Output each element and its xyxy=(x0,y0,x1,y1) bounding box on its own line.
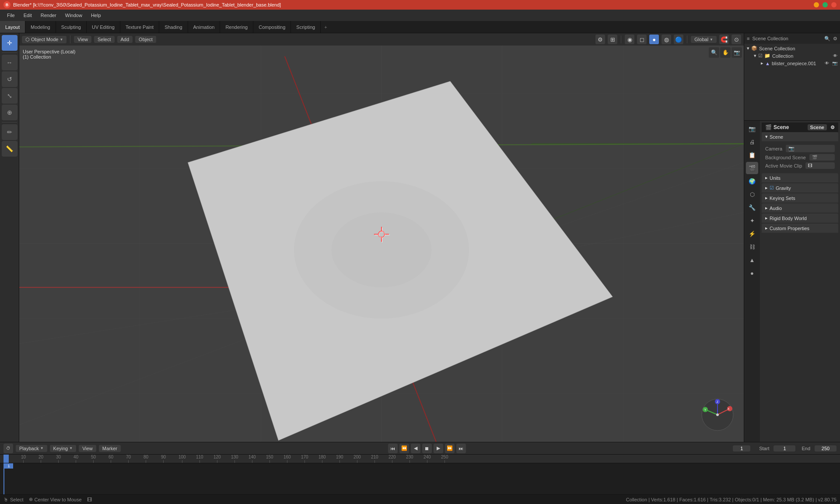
viewport-mode-button[interactable]: ⬡ Object Mode ▼ xyxy=(22,36,66,43)
viewport-object-button[interactable]: Object xyxy=(135,36,156,43)
prop-world-icon[interactable]: 🌍 xyxy=(746,175,758,187)
collection-visibility-icon[interactable]: 👁 xyxy=(833,53,837,58)
viewport-hand-icon[interactable]: ✋ xyxy=(720,47,731,58)
menu-window[interactable]: Window xyxy=(62,12,86,19)
viewport-overlays-icon[interactable]: ◉ xyxy=(625,35,634,44)
prop-render-icon[interactable]: 📷 xyxy=(746,122,758,135)
annotate-tool[interactable]: ✏ xyxy=(2,124,18,140)
tab-animation[interactable]: Animation xyxy=(188,21,220,33)
prop-material-icon[interactable]: ● xyxy=(746,267,758,279)
audio-section-header[interactable]: ▸ Audio xyxy=(762,203,838,213)
jump-to-end-button[interactable]: ⏭ xyxy=(456,444,466,453)
tab-sculpting[interactable]: Sculpting xyxy=(56,21,87,33)
add-workspace-button[interactable]: + xyxy=(321,23,330,32)
camera-field[interactable]: 📷 xyxy=(786,145,835,152)
menu-help[interactable]: Help xyxy=(88,12,105,19)
outliner-search-icon[interactable]: 🔍 xyxy=(824,36,830,42)
prop-object-icon[interactable]: ⬡ xyxy=(746,188,758,200)
viewport-select-button[interactable]: Select xyxy=(94,36,115,43)
background-scene-field[interactable]: 🎬 xyxy=(809,154,835,161)
rotate-tool[interactable]: ↺ xyxy=(2,71,18,87)
cursor-tool[interactable]: ✛ xyxy=(2,35,18,51)
viewport-header: ⬡ Object Mode ▼ View Select Add Object ⚙… xyxy=(19,33,744,46)
step-back-button[interactable]: ⏪ xyxy=(399,444,409,453)
end-frame-input[interactable] xyxy=(815,445,836,452)
step-forward-button[interactable]: ⏩ xyxy=(445,444,455,453)
timeline-keying-button[interactable]: Keying ▼ xyxy=(50,445,77,452)
outliner-item-mesh[interactable]: ▸ ▲ blister_onepiece.001 👁 📷 xyxy=(758,60,840,67)
prop-particles-icon[interactable]: ✦ xyxy=(746,214,758,227)
scene-section-label: Scene xyxy=(770,134,783,140)
prop-modifier-icon[interactable]: 🔧 xyxy=(746,201,758,214)
outliner-filter-icon[interactable]: ⚙ xyxy=(833,36,837,42)
scene-name-field[interactable]: Scene xyxy=(808,124,827,130)
start-frame-input[interactable] xyxy=(774,445,795,452)
scene-section-header[interactable]: ▾ Scene xyxy=(762,132,838,141)
timeline-marker-button[interactable]: Marker xyxy=(99,445,121,452)
units-section-header[interactable]: ▸ Units xyxy=(762,173,838,182)
prop-scene-icon[interactable]: 🎬 xyxy=(746,162,758,174)
close-button[interactable] xyxy=(831,2,836,7)
viewport-view-button[interactable]: View xyxy=(74,36,91,43)
menu-render[interactable]: Render xyxy=(37,12,60,19)
prop-output-icon[interactable]: 🖨 xyxy=(746,136,758,148)
outliner-item-scene-collection[interactable]: ▾ 📦 Scene Collection xyxy=(744,45,840,52)
scene-options-icon[interactable]: ⚙ xyxy=(830,125,835,130)
rigid-body-section: ▸ Rigid Body World xyxy=(762,214,838,223)
current-frame-input[interactable] xyxy=(733,445,750,452)
ruler-mark-180: 180 xyxy=(318,455,326,463)
menu-file[interactable]: File xyxy=(4,12,18,19)
tab-scripting[interactable]: Scripting xyxy=(291,21,321,33)
tab-layout[interactable]: Layout xyxy=(0,21,25,33)
jump-to-start-button[interactable]: ⏮ xyxy=(388,444,398,453)
move-tool[interactable]: ↔ xyxy=(2,55,18,70)
mesh-visibility-icon[interactable]: 👁 xyxy=(825,61,829,66)
prop-constraints-icon[interactable]: ⛓ xyxy=(746,241,758,253)
global-orientation-button[interactable]: Global ▼ xyxy=(691,36,717,43)
collection-checkbox-icon[interactable]: ☑ xyxy=(758,53,763,59)
viewport-shading-render-icon[interactable]: 🔵 xyxy=(674,35,683,44)
prop-data-icon[interactable]: ▲ xyxy=(746,254,758,266)
viewport-camera-icon[interactable]: 📷 xyxy=(732,47,742,58)
gravity-section-header[interactable]: ▸ ☑ Gravity xyxy=(762,183,838,192)
viewport-options-icon[interactable]: ⚙ xyxy=(595,35,605,44)
tab-texture-paint[interactable]: Texture Paint xyxy=(120,21,159,33)
timeline-playback-button[interactable]: Playback ▼ xyxy=(16,445,47,452)
play-back-button[interactable]: ◀ xyxy=(411,444,420,453)
viewport-canvas[interactable]: User Perspective (Local) (1) Collection … xyxy=(19,46,744,442)
custom-properties-header[interactable]: ▸ Custom Properties xyxy=(762,224,838,233)
stop-button[interactable]: ⏹ xyxy=(422,444,432,453)
viewport-shading-mat-icon[interactable]: ◍ xyxy=(662,35,671,44)
snap-icon[interactable]: 🧲 xyxy=(719,35,729,44)
play-forward-button[interactable]: ▶ xyxy=(434,444,443,453)
timeline-view-button[interactable]: View xyxy=(79,445,96,452)
viewport-gizmo-widget[interactable]: X Y Z xyxy=(700,397,735,433)
proportional-edit-icon[interactable]: ⊙ xyxy=(732,35,741,44)
tab-shading[interactable]: Shading xyxy=(159,21,188,33)
prop-physics-icon[interactable]: ⚡ xyxy=(746,228,758,240)
viewport-zoom-icon[interactable]: 🔍 xyxy=(709,47,719,58)
outliner-item-collection[interactable]: ▾ ☑ 📁 Collection 👁 xyxy=(751,52,840,60)
prop-view-layer-icon[interactable]: 📋 xyxy=(746,149,758,161)
measure-tool[interactable]: 📏 xyxy=(2,141,18,157)
movie-clip-field[interactable]: 🎞 xyxy=(805,162,835,169)
tab-uv-editing[interactable]: UV Editing xyxy=(87,21,120,33)
tab-rendering[interactable]: Rendering xyxy=(220,21,253,33)
maximize-button[interactable] xyxy=(822,2,828,7)
viewport-gizmos-icon[interactable]: ⊞ xyxy=(608,35,617,44)
gravity-checkbox[interactable]: ☑ xyxy=(770,185,774,191)
tab-compositing[interactable]: Compositing xyxy=(253,21,291,33)
viewport-shading-solid-icon[interactable]: ● xyxy=(649,35,659,44)
camera-icon: 📷 xyxy=(788,146,794,151)
scale-tool[interactable]: ⤡ xyxy=(2,88,18,104)
timeline-editor-icon[interactable]: ⏱ xyxy=(4,444,13,453)
tab-modeling[interactable]: Modeling xyxy=(25,21,56,33)
rigid-body-section-header[interactable]: ▸ Rigid Body World xyxy=(762,214,838,223)
transform-tool[interactable]: ⊕ xyxy=(2,105,18,120)
viewport-add-button[interactable]: Add xyxy=(117,36,133,43)
timeline-body[interactable]: 1 xyxy=(0,463,840,494)
menu-edit[interactable]: Edit xyxy=(20,12,35,19)
keying-sets-header[interactable]: ▸ Keying Sets xyxy=(762,193,838,203)
viewport-shading-wire-icon[interactable]: ◻ xyxy=(637,35,647,44)
minimize-button[interactable] xyxy=(814,2,819,7)
